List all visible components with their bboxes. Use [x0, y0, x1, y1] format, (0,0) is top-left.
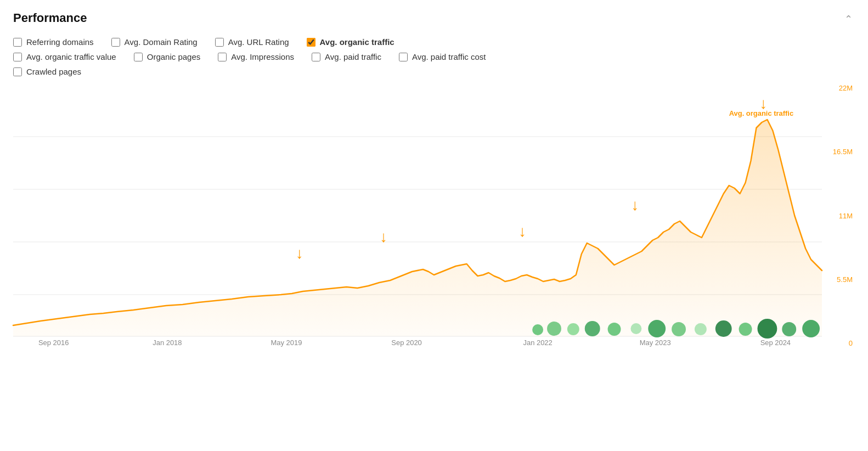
arrow-annotation-3: ↓ [518, 223, 526, 240]
bubble-11 [739, 323, 752, 336]
y-label-2: 16.5M [833, 148, 853, 156]
chart-area: Avg. organic traffic ↓ ↓ ↓ ↓ ↓ [13, 84, 822, 347]
checkbox-input-avg-url-rating[interactable] [215, 38, 224, 47]
chart-wrapper: 22M 16.5M 11M 5.5M 0 [13, 84, 855, 369]
checkbox-row-3: Crawled pages [13, 67, 855, 76]
bubble-2 [547, 322, 561, 336]
chart-svg: Avg. organic traffic ↓ ↓ ↓ ↓ ↓ [13, 84, 822, 347]
bubble-6 [630, 323, 641, 334]
y-label-4: 5.5M [837, 275, 853, 284]
y-label-3: 11M [839, 212, 853, 220]
checkbox-row-2: Avg. organic traffic value Organic pages… [13, 52, 855, 61]
collapse-button[interactable]: ⌃ [842, 11, 855, 27]
x-label-sep2020: Sep 2020 [391, 339, 421, 347]
bubble-14 [802, 320, 820, 337]
checkbox-crawled-pages[interactable]: Crawled pages [13, 67, 81, 76]
x-label-jan2018: Jan 2018 [153, 339, 182, 347]
page-title: Performance [13, 11, 87, 25]
x-label-sep2016: Sep 2016 [38, 339, 69, 347]
bubble-1 [532, 324, 543, 335]
bubble-9 [695, 323, 707, 335]
checkbox-avg-url-rating[interactable]: Avg. URL Rating [215, 37, 289, 47]
checkbox-input-organic-pages[interactable] [134, 53, 143, 61]
bubble-5 [608, 323, 621, 336]
bubble-13 [782, 322, 796, 336]
checkbox-organic-pages[interactable]: Organic pages [134, 52, 201, 61]
x-label-may2023: May 2023 [640, 339, 671, 347]
x-label-may2019: May 2019 [271, 339, 302, 347]
bubble-12 [757, 319, 777, 339]
bubble-10 [715, 320, 732, 337]
arrow-annotation-2: ↓ [380, 228, 387, 245]
x-label-jan2022: Jan 2022 [523, 339, 552, 347]
checkbox-input-crawled-pages[interactable] [13, 67, 22, 76]
y-label-top: 22M [839, 84, 853, 92]
arrow-annotation-1: ↓ [296, 245, 303, 262]
checkbox-input-avg-domain-rating[interactable] [111, 38, 120, 47]
y-axis: 22M 16.5M 11M 5.5M 0 [822, 84, 855, 347]
checkboxes-area: Referring domains Avg. Domain Rating Avg… [13, 37, 855, 76]
bubble-4 [585, 321, 600, 336]
checkbox-input-avg-organic-traffic[interactable] [307, 38, 315, 47]
checkbox-avg-organic-traffic-value[interactable]: Avg. organic traffic value [13, 52, 116, 61]
checkbox-avg-paid-traffic[interactable]: Avg. paid traffic [312, 52, 381, 61]
checkbox-input-avg-paid-traffic[interactable] [312, 53, 320, 61]
checkbox-input-referring-domains[interactable] [13, 38, 22, 47]
checkbox-row-1: Referring domains Avg. Domain Rating Avg… [13, 37, 855, 47]
bubble-8 [672, 322, 686, 336]
bubble-7 [648, 320, 666, 337]
checkbox-avg-paid-traffic-cost[interactable]: Avg. paid traffic cost [399, 52, 486, 61]
y-label-bottom: 0 [849, 339, 853, 347]
checkbox-input-avg-impressions[interactable] [218, 53, 227, 61]
checkbox-avg-organic-traffic[interactable]: Avg. organic traffic [307, 37, 394, 47]
x-label-sep2024: Sep 2024 [760, 339, 791, 347]
checkbox-input-avg-paid-traffic-cost[interactable] [399, 53, 408, 61]
bubble-3 [567, 323, 579, 335]
checkbox-avg-impressions[interactable]: Avg. Impressions [218, 52, 294, 61]
checkbox-input-avg-organic-traffic-value[interactable] [13, 53, 22, 61]
arrow-annotation-5: ↓ [759, 95, 767, 112]
arrow-annotation-4: ↓ [631, 196, 639, 213]
checkbox-avg-domain-rating[interactable]: Avg. Domain Rating [111, 37, 198, 47]
checkbox-referring-domains[interactable]: Referring domains [13, 37, 94, 47]
